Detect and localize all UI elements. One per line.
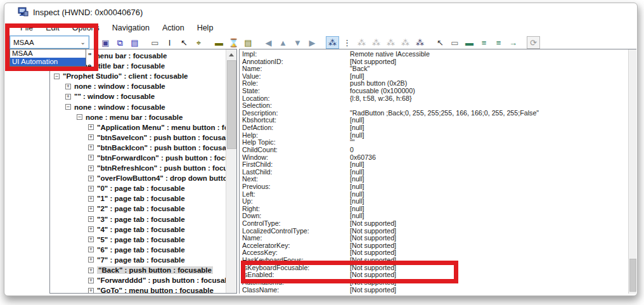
nav-down-icon[interactable]: ▼ xyxy=(291,36,304,49)
structure-icon-1[interactable]: ⁂ xyxy=(355,36,368,49)
dots-column-icon[interactable]: ⋮ xyxy=(340,36,354,49)
expander-icon[interactable]: + xyxy=(88,216,94,222)
expander-icon[interactable]: + xyxy=(88,124,94,130)
scroll-up-icon[interactable] xyxy=(226,49,236,60)
expander-icon[interactable]: + xyxy=(88,288,94,294)
expander-icon[interactable]: − xyxy=(65,104,71,110)
toolbar-icon-glyph: ▬ xyxy=(465,39,473,47)
property-row: Name: "Back" xyxy=(242,65,628,73)
arrow-sparkle-icon[interactable]: → xyxy=(506,36,520,49)
tree-row[interactable]: + "Forwardddd" : push button : focusable xyxy=(50,275,226,285)
properties-scrollbar-thumb[interactable] xyxy=(629,259,636,292)
cursor-sparkle-icon[interactable]: ↖ xyxy=(434,36,447,49)
tree-row[interactable]: + "" : window : focusable xyxy=(50,91,226,101)
tree-row[interactable]: + "0" : page tab : focusable xyxy=(50,183,226,193)
tree-row[interactable]: + none : window : focusable xyxy=(50,81,226,91)
expander-icon[interactable]: + xyxy=(65,94,71,100)
title-bar[interactable]: Inspect (HWND: 0x00040676) xyxy=(18,6,143,18)
separator[interactable] xyxy=(256,36,261,49)
tree-row[interactable]: + "btnForwardIcon" : push button : focus… xyxy=(50,153,226,163)
line-sparkle-icon[interactable]: ▬ xyxy=(463,36,476,49)
cursor-window-icon[interactable]: ⌖ xyxy=(192,36,205,49)
menu-file[interactable]: File xyxy=(14,22,39,34)
tree-row[interactable]: + "7" : page tab : focusable xyxy=(50,255,226,265)
menu-edit[interactable]: Edit xyxy=(39,22,66,34)
tree-row[interactable]: + "btnRefreshIcon" : push button : focus… xyxy=(50,163,226,173)
expander-icon[interactable]: + xyxy=(88,206,94,212)
structure-icon-3[interactable]: ⁂ xyxy=(384,36,397,49)
nav-right-icon[interactable]: ▶ xyxy=(306,36,319,49)
tree-row[interactable]: − "Prophet Studio" : client : focusable xyxy=(50,71,226,81)
structure-icon-4[interactable]: ⁂ xyxy=(399,36,412,49)
expander-icon[interactable]: + xyxy=(88,165,94,171)
expander-icon[interactable]: + xyxy=(65,84,71,89)
rect-sparkle-icon[interactable]: ▭ xyxy=(448,36,461,49)
property-value: [null] xyxy=(350,124,628,132)
tree-row[interactable]: + "3" : page tab : focusable xyxy=(50,214,226,224)
expander-icon[interactable]: − xyxy=(54,74,60,79)
tree-row[interactable]: − none : window : focusable xyxy=(50,101,226,112)
expander-icon[interactable]: + xyxy=(88,155,94,160)
tree-scrollbar[interactable] xyxy=(226,49,236,293)
menu-navigation[interactable]: Navigation xyxy=(106,22,156,34)
list-add-sparkle-icon[interactable]: ≡ xyxy=(492,36,505,49)
separator[interactable] xyxy=(428,36,432,49)
copy-icon[interactable]: ⧉ xyxy=(113,36,127,49)
tree-row[interactable]: + "Back" : push button : focusable xyxy=(50,265,226,275)
dropdown-option[interactable]: MSAA xyxy=(10,49,86,58)
structure-icon-2[interactable]: ⁂ xyxy=(370,36,383,49)
expander-icon[interactable]: + xyxy=(88,176,94,181)
tree-row[interactable]: + "1" : page tab : focusable xyxy=(50,193,226,204)
refresh-icon[interactable]: ⟳ xyxy=(527,36,540,49)
mode-dropdown[interactable]: MSAA ⌄ xyxy=(10,36,89,49)
properties-icon[interactable]: ▤ xyxy=(128,36,141,49)
separator[interactable] xyxy=(143,36,147,49)
nav-left-icon[interactable]: ◀ xyxy=(262,36,275,49)
expander-icon[interactable]: + xyxy=(88,186,94,191)
menu-help[interactable]: Help xyxy=(191,22,220,34)
expander-icon[interactable]: + xyxy=(88,145,94,150)
tree-row-label: "btnRefreshIcon" : push button : focusab… xyxy=(97,164,226,172)
tree-row[interactable]: + "5" : page tab : focusable xyxy=(50,235,226,245)
tree-row[interactable]: + "4" : page tab : focusable xyxy=(50,224,226,235)
tree-scrollbar-thumb[interactable] xyxy=(227,60,236,149)
separator[interactable] xyxy=(521,36,525,49)
expander-icon[interactable]: + xyxy=(88,196,94,202)
highlight-rect-icon[interactable]: ▣ xyxy=(99,36,112,49)
cursor-icon[interactable]: ↖ xyxy=(177,36,191,49)
expander-icon[interactable]: + xyxy=(88,226,94,232)
expander-icon[interactable]: − xyxy=(77,114,82,120)
tree-row[interactable]: + "GoTo" : menu button : focusable xyxy=(50,285,226,294)
ibeam-icon[interactable]: I xyxy=(163,36,176,49)
expander-icon[interactable]: + xyxy=(88,237,94,242)
list-sparkle-icon[interactable]: ≡ xyxy=(477,36,491,49)
tree-row[interactable]: + "6" : page tab : focusable xyxy=(50,245,226,255)
tree-row[interactable]: + "2" : page tab : focusable xyxy=(50,204,226,214)
separator[interactable] xyxy=(320,36,325,49)
properties-scrollbar[interactable] xyxy=(628,49,636,294)
expander-icon[interactable]: + xyxy=(88,134,94,140)
separator[interactable] xyxy=(207,36,211,49)
structure-dashed-icon[interactable]: ⁂ xyxy=(413,36,427,49)
menu-options[interactable]: Options xyxy=(66,22,106,34)
property-value: Remote native IAccessible xyxy=(350,51,628,58)
property-row: State: focusable (0x100000) xyxy=(242,88,628,95)
tree-view-icon[interactable]: ⁂ xyxy=(326,36,339,49)
expander-icon[interactable]: + xyxy=(88,268,94,273)
tree-row[interactable]: + "overFlowButton4" : drop down button :… xyxy=(50,173,226,183)
tree-row[interactable]: + "Application Menu" : menu button : foc… xyxy=(50,122,226,133)
property-name: IsKeyboardFocusable: xyxy=(242,264,350,272)
expander-icon[interactable]: + xyxy=(88,278,94,283)
tree-row[interactable]: − none : menu bar : focusable xyxy=(50,112,226,122)
menu-action[interactable]: Action xyxy=(156,22,191,34)
dropdown-option[interactable]: UI Automation xyxy=(10,58,86,66)
expander-icon[interactable]: + xyxy=(88,247,94,252)
nav-up-icon[interactable]: ▲ xyxy=(276,36,290,49)
bitmap-icon[interactable]: ▤ xyxy=(242,36,255,49)
tree-row[interactable]: + "btnSaveIcon" : push button : focusabl… xyxy=(50,133,226,143)
hourglass-icon[interactable]: ⌛ xyxy=(227,36,240,49)
selection-rect-icon[interactable]: ▭ xyxy=(148,36,162,49)
tree-row[interactable]: + "btnBackIcon" : push button : focusabl… xyxy=(50,143,226,153)
expander-icon[interactable]: + xyxy=(88,257,94,263)
window-icon[interactable]: ▬ xyxy=(212,36,226,49)
